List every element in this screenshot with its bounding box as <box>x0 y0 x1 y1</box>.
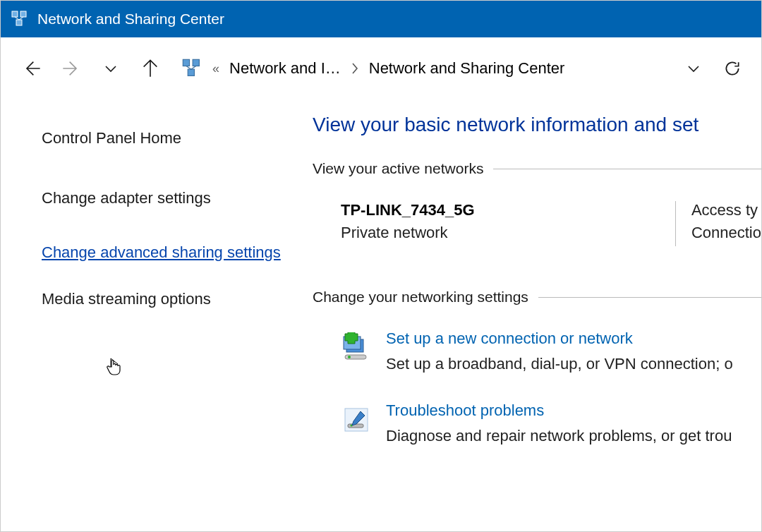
svg-rect-1 <box>20 11 26 17</box>
chevron-right-icon[interactable] <box>351 62 359 75</box>
troubleshoot-desc: Diagnose and repair network problems, or… <box>386 427 732 445</box>
address-bar[interactable]: « Network and I… Network and Sharing Cen… <box>181 58 742 79</box>
sidebar-change-advanced-sharing[interactable]: Change advanced sharing settings <box>42 242 283 264</box>
setup-connection-desc: Set up a broadband, dial-up, or VPN conn… <box>386 355 733 373</box>
app-icon <box>11 10 29 28</box>
network-icon <box>181 58 202 79</box>
content-area: Control Panel Home Change adapter settin… <box>1 99 761 531</box>
network-name: TP-LINK_7434_5G <box>341 201 675 219</box>
svg-line-4 <box>19 17 23 20</box>
cursor-pointer-icon <box>105 357 122 377</box>
divider <box>538 297 761 298</box>
sidebar-media-streaming[interactable]: Media streaming options <box>42 289 283 310</box>
svg-line-3 <box>15 17 19 20</box>
network-type: Private network <box>341 224 675 242</box>
breadcrumb-item-1[interactable]: Network and I… <box>229 59 341 78</box>
titlebar: Network and Sharing Center <box>1 1 761 37</box>
active-network-row: TP-LINK_7434_5G Private network Access t… <box>313 201 761 246</box>
svg-point-13 <box>348 356 351 358</box>
svg-line-9 <box>191 66 196 70</box>
troubleshoot-item: Troubleshoot problems Diagnose and repai… <box>313 401 761 445</box>
connections-label: Connectio <box>691 224 761 242</box>
sidebar-change-adapter[interactable]: Change adapter settings <box>42 188 283 210</box>
active-networks-heading: View your active networks <box>313 160 761 177</box>
window-title: Network and Sharing Center <box>37 11 224 28</box>
access-type-label: Access ty <box>691 201 761 219</box>
page-headline: View your basic network information and … <box>313 114 761 136</box>
up-button[interactable] <box>139 57 162 80</box>
setup-connection-icon <box>341 332 372 363</box>
svg-rect-2 <box>16 20 22 25</box>
active-networks-label: View your active networks <box>313 160 483 177</box>
breadcrumb-item-2[interactable]: Network and Sharing Center <box>369 59 565 78</box>
svg-rect-7 <box>188 69 194 75</box>
navbar: « Network and I… Network and Sharing Cen… <box>1 37 761 99</box>
divider <box>493 169 761 169</box>
svg-rect-0 <box>12 11 18 17</box>
troubleshoot-icon <box>341 404 372 435</box>
forward-button[interactable] <box>60 57 83 80</box>
address-dropdown-button[interactable] <box>687 64 701 73</box>
change-settings-heading: Change your networking settings <box>313 289 761 306</box>
setup-connection-item: Set up a new connection or network Set u… <box>313 330 761 373</box>
svg-rect-6 <box>193 59 199 66</box>
main-panel: View your basic network information and … <box>304 99 761 531</box>
back-button[interactable] <box>20 57 43 80</box>
recent-locations-button[interactable] <box>99 57 122 80</box>
setup-connection-link[interactable]: Set up a new connection or network <box>386 330 733 348</box>
refresh-button[interactable] <box>723 59 742 78</box>
troubleshoot-link[interactable]: Troubleshoot problems <box>386 401 732 420</box>
sidebar: Control Panel Home Change adapter settin… <box>1 99 304 531</box>
change-settings-label: Change your networking settings <box>313 289 528 306</box>
svg-line-8 <box>186 66 191 70</box>
sidebar-control-panel-home[interactable]: Control Panel Home <box>42 128 283 150</box>
svg-rect-5 <box>183 59 189 66</box>
breadcrumb-root-chevron[interactable]: « <box>212 61 219 76</box>
